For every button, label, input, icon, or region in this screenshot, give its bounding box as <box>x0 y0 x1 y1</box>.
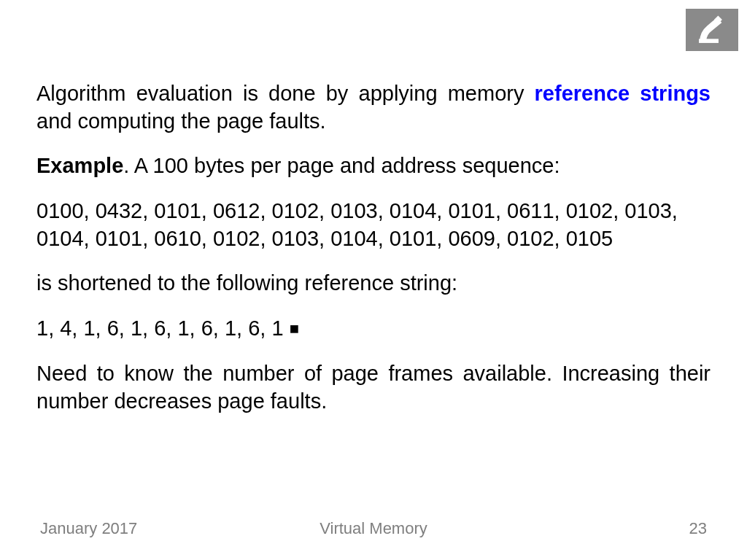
slide-content: Algorithm evaluation is done by applying… <box>36 80 711 432</box>
slide-footer: January 2017 Virtual Memory 23 <box>0 519 747 538</box>
text: and computing the page faults. <box>36 109 326 133</box>
text: Algorithm evaluation is done by applying… <box>36 82 535 105</box>
paragraph-intro: Algorithm evaluation is done by applying… <box>36 80 711 135</box>
paragraph-example: Example. A 100 bytes per page and addres… <box>36 152 711 180</box>
text: . A 100 bytes per page and address seque… <box>123 154 560 177</box>
footer-title: Virtual Memory <box>320 519 427 538</box>
logo-glyph-icon <box>692 13 732 47</box>
svg-rect-1 <box>699 39 719 43</box>
paragraph-ref-string: 1, 4, 1, 6, 1, 6, 1, 6, 1, 6, 1 ■ <box>36 315 711 343</box>
paragraph-address-sequence: 0100, 0432, 0101, 0612, 0102, 0103, 0104… <box>36 198 711 252</box>
institution-logo <box>686 9 738 51</box>
keyword-reference-strings: reference strings <box>535 82 711 105</box>
footer-date: January 2017 <box>40 519 137 538</box>
end-square-icon: ■ <box>290 319 299 338</box>
label-example: Example <box>36 154 123 177</box>
paragraph-frames: Need to know the number of page frames a… <box>36 360 711 415</box>
footer-page-number: 23 <box>689 519 707 538</box>
text: 1, 4, 1, 6, 1, 6, 1, 6, 1, 6, 1 <box>36 316 290 340</box>
paragraph-shortened: is shortened to the following reference … <box>36 270 711 298</box>
